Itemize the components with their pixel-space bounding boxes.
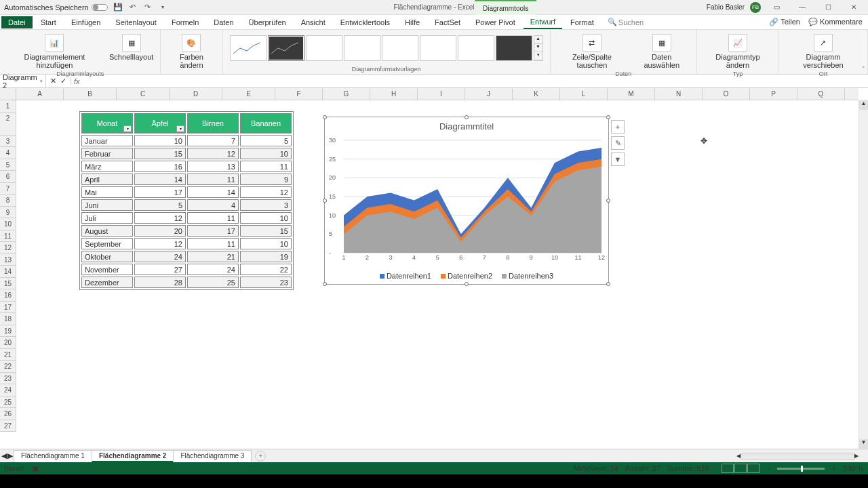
worksheet-grid[interactable]: ABCDEFGHIJKLMNOPQ 1234567891011121314151… bbox=[0, 88, 868, 449]
chart-object[interactable]: Diagrammtitel -5101520253012345678910111… bbox=[324, 117, 609, 285]
vertical-scrollbar[interactable]: ▲▼ bbox=[859, 100, 868, 449]
row-header[interactable]: 20 bbox=[0, 337, 16, 349]
cell[interactable]: 14 bbox=[134, 174, 186, 185]
row-header[interactable]: 21 bbox=[0, 349, 16, 361]
tab-entwicklertools[interactable]: Entwicklertools bbox=[334, 16, 397, 28]
cell[interactable]: 10 bbox=[240, 212, 292, 224]
page-layout-view-button[interactable] bbox=[734, 464, 747, 473]
normal-view-button[interactable] bbox=[722, 464, 734, 473]
cell[interactable]: 12 bbox=[240, 186, 292, 198]
col-header[interactable]: I bbox=[418, 88, 465, 100]
col-header[interactable]: F bbox=[275, 88, 323, 100]
cell[interactable]: 9 bbox=[240, 174, 292, 185]
cell[interactable]: 25 bbox=[187, 277, 239, 288]
minimize-icon[interactable]: — bbox=[792, 3, 812, 11]
col-header[interactable]: J bbox=[465, 88, 513, 100]
row-header[interactable]: 17 bbox=[0, 302, 16, 314]
collapse-ribbon-icon[interactable]: ˄ bbox=[862, 66, 865, 73]
cell[interactable]: 28 bbox=[134, 277, 186, 288]
row-header[interactable]: 6 bbox=[0, 171, 16, 183]
col-header[interactable]: D bbox=[170, 88, 222, 100]
zoom-in-button[interactable]: + bbox=[831, 464, 835, 472]
cell[interactable]: 15 bbox=[240, 225, 292, 237]
cell[interactable]: 16 bbox=[134, 161, 186, 172]
sheet-tab[interactable]: Flächendiagramme 2 bbox=[92, 450, 174, 462]
resize-handle[interactable] bbox=[465, 115, 469, 119]
chart-legend[interactable]: Datenreihen1Datenreihen2Datenreihen3 bbox=[325, 272, 608, 280]
col-header[interactable]: M bbox=[608, 88, 655, 100]
cell[interactable]: 17 bbox=[187, 225, 239, 237]
cell[interactable]: 21 bbox=[187, 251, 239, 262]
quick-layout-button[interactable]: ▦Schnelllayout bbox=[106, 33, 156, 62]
col-header[interactable]: C bbox=[117, 88, 170, 100]
cell[interactable]: 20 bbox=[134, 225, 186, 237]
row-header[interactable]: 23 bbox=[0, 373, 16, 385]
style-thumb-3[interactable] bbox=[306, 35, 342, 61]
row-header[interactable]: 18 bbox=[0, 313, 16, 325]
style-thumb-5[interactable] bbox=[382, 35, 418, 61]
cell[interactable]: 24 bbox=[134, 251, 186, 262]
search-icon[interactable]: 🔍 bbox=[608, 18, 617, 26]
cell[interactable]: April bbox=[81, 174, 133, 185]
row-header[interactable]: 5 bbox=[0, 159, 16, 171]
resize-handle[interactable] bbox=[606, 282, 610, 286]
cell[interactable]: 27 bbox=[134, 264, 186, 275]
fx-icon[interactable]: fx bbox=[71, 77, 83, 85]
cell[interactable]: 14 bbox=[187, 186, 239, 198]
sheet-nav-prev-icon[interactable]: ◀ bbox=[1, 451, 7, 460]
row-header[interactable]: 25 bbox=[0, 396, 16, 409]
row-header[interactable]: 13 bbox=[0, 254, 16, 266]
cell[interactable]: März bbox=[81, 161, 133, 172]
col-header[interactable]: P bbox=[750, 88, 797, 100]
close-icon[interactable]: ✕ bbox=[844, 3, 864, 11]
cell[interactable]: Dezember bbox=[81, 277, 133, 288]
cell[interactable]: 11 bbox=[187, 212, 239, 224]
tab-format[interactable]: Format bbox=[564, 16, 601, 28]
cell[interactable]: 11 bbox=[187, 174, 239, 185]
search-label[interactable]: Suchen bbox=[618, 18, 644, 26]
macro-record-icon[interactable]: ▣ bbox=[32, 464, 39, 473]
row-header[interactable]: 12 bbox=[0, 242, 16, 254]
style-thumb-6[interactable] bbox=[420, 35, 456, 61]
qat-more-icon[interactable]: ▾ bbox=[158, 3, 167, 12]
style-thumb-8[interactable] bbox=[496, 35, 532, 61]
cell[interactable]: November bbox=[81, 264, 133, 275]
row-header[interactable]: 11 bbox=[0, 230, 16, 243]
add-chart-element-button[interactable]: 📊Diagrammelement hinzufügen bbox=[4, 33, 105, 70]
cell[interactable]: 11 bbox=[240, 161, 292, 172]
row-header[interactable]: 16 bbox=[0, 289, 16, 302]
chart-title[interactable]: Diagrammtitel bbox=[325, 117, 608, 136]
avatar[interactable]: FB bbox=[750, 2, 761, 13]
col-header[interactable]: L bbox=[560, 88, 608, 100]
sheet-tab[interactable]: Flächendiagramme 3 bbox=[173, 450, 252, 462]
sheet-nav-next-icon[interactable]: ▶ bbox=[7, 451, 13, 460]
redo-icon[interactable]: ↷ bbox=[143, 3, 153, 12]
cell[interactable]: 7 bbox=[187, 135, 239, 146]
tab-daten[interactable]: Daten bbox=[207, 16, 240, 28]
horizontal-scrollbar[interactable]: ◀▶ bbox=[736, 451, 859, 461]
tab-file[interactable]: Datei bbox=[1, 16, 33, 28]
row-header[interactable]: 3 bbox=[0, 136, 16, 148]
switch-row-col-button[interactable]: ⇄Zeile/Spalte tauschen bbox=[555, 33, 630, 70]
cell[interactable]: Oktober bbox=[81, 251, 133, 262]
col-header[interactable]: E bbox=[222, 88, 275, 100]
cell[interactable]: 22 bbox=[240, 264, 292, 275]
tab-seitenlayout[interactable]: Seitenlayout bbox=[108, 16, 163, 28]
row-header[interactable]: 22 bbox=[0, 361, 16, 373]
row-header[interactable]: 26 bbox=[0, 408, 16, 420]
row-header[interactable]: 27 bbox=[0, 420, 16, 432]
save-icon[interactable]: 💾 bbox=[113, 3, 123, 12]
cell[interactable]: 12 bbox=[187, 148, 239, 159]
cell[interactable]: 24 bbox=[187, 264, 239, 275]
chart-elements-button[interactable]: + bbox=[611, 120, 625, 134]
resize-handle[interactable] bbox=[323, 199, 327, 203]
col-header[interactable]: B bbox=[64, 88, 117, 100]
cell[interactable]: 4 bbox=[187, 199, 239, 211]
filter-dropdown-icon[interactable]: ▾ bbox=[123, 125, 132, 132]
tab-überprüfen[interactable]: Überprüfen bbox=[242, 16, 293, 28]
col-header[interactable]: G bbox=[323, 88, 370, 100]
row-header[interactable]: 7 bbox=[0, 183, 16, 195]
tab-start[interactable]: Start bbox=[34, 16, 63, 28]
maximize-icon[interactable]: ☐ bbox=[818, 3, 838, 11]
change-chart-type-button[interactable]: 📈Diagrammtyp ändern bbox=[701, 33, 774, 70]
